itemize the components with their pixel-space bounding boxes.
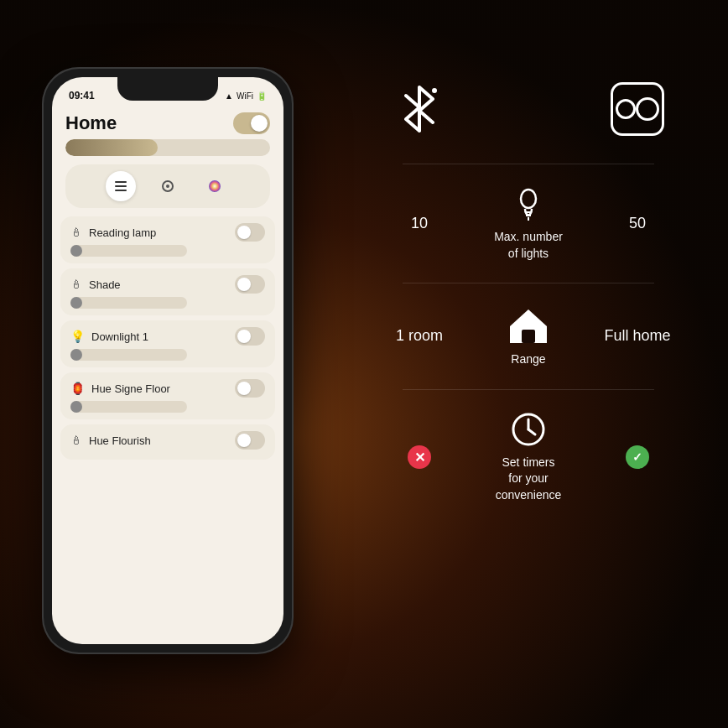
- light-name-flourish: Hue Flourish: [89, 434, 151, 447]
- downlight-icon: 💡: [70, 330, 85, 343]
- bulb-icon-reading: 🕯: [70, 226, 82, 239]
- lights-icon-area: [517, 185, 540, 222]
- lights-value-left: 10: [386, 215, 453, 232]
- comparison-row-lights: 10 Max. numberof lights 50: [386, 185, 671, 262]
- floor-lamp-icon: 🏮: [70, 382, 85, 395]
- light-slider-downlight[interactable]: [70, 349, 187, 361]
- timer-label: Set timersfor yourconvenience: [496, 455, 562, 504]
- light-toggle-shade[interactable]: [235, 275, 265, 294]
- timer-right: ✓: [604, 445, 671, 469]
- light-toggle-downlight[interactable]: [235, 327, 265, 346]
- lights-value-right: 50: [604, 215, 671, 232]
- light-item-downlight: 💡 Downlight 1: [60, 320, 275, 367]
- app-header: Home: [52, 107, 283, 159]
- light-slider-shade[interactable]: [70, 297, 187, 309]
- brightness-slider[interactable]: [65, 139, 270, 156]
- svg-point-7: [521, 190, 536, 208]
- svg-point-4: [166, 185, 169, 188]
- svg-point-6: [432, 88, 437, 93]
- divider-1: [403, 164, 654, 164]
- light-slider-signe[interactable]: [70, 401, 187, 413]
- bulb-icon-shade: 🕯: [70, 278, 82, 291]
- comparison-row-range: 1 room Range Full home: [386, 304, 671, 368]
- lights-center: Max. numberof lights: [453, 185, 604, 262]
- comparison-row-timers: ✕ Set timersfor yourconvenience ✓: [386, 411, 671, 504]
- check-icon: ✓: [626, 445, 649, 469]
- svg-rect-1: [115, 185, 127, 187]
- phone-notch: [117, 77, 218, 101]
- range-center: Range: [453, 304, 604, 368]
- light-name-downlight: Downlight 1: [91, 330, 148, 343]
- light-name-reading: Reading lamp: [89, 226, 156, 239]
- brightness-fill: [65, 139, 158, 156]
- svg-rect-0: [115, 181, 127, 183]
- light-slider-reading[interactable]: [70, 245, 187, 257]
- range-label: Range: [511, 351, 545, 368]
- light-item-signe: 🏮 Hue Signe Floor: [60, 372, 275, 419]
- hub-section: [604, 75, 671, 143]
- svg-point-5: [209, 180, 221, 192]
- home-icon: [507, 304, 550, 345]
- light-toggle-reading[interactable]: [235, 223, 265, 242]
- phone-mockup: 09:41 ▲ WiFi 🔋 Home: [42, 67, 310, 671]
- bulb-icon: [517, 185, 540, 222]
- signal-icon: ▲: [225, 91, 233, 101]
- phone-frame: 09:41 ▲ WiFi 🔋 Home: [42, 67, 294, 654]
- light-name-signe: Hue Signe Floor: [91, 382, 170, 395]
- tab-list[interactable]: [106, 171, 136, 201]
- svg-line-14: [528, 429, 535, 434]
- lights-list: 🕯 Reading lamp 🕯 Shade: [52, 213, 283, 468]
- status-icons: ▲ WiFi 🔋: [225, 91, 267, 101]
- svg-rect-2: [115, 190, 127, 191]
- range-value-right: Full home: [604, 327, 671, 345]
- hub-icon: [611, 82, 664, 136]
- app-title: Home: [65, 112, 117, 134]
- divider-3: [403, 389, 654, 390]
- timer-center: Set timersfor yourconvenience: [453, 411, 604, 504]
- range-value-left: 1 room: [386, 327, 453, 345]
- light-item-flourish: 🕯 Hue Flourish: [60, 424, 275, 460]
- svg-rect-11: [522, 330, 535, 343]
- light-item-shade: 🕯 Shade: [60, 268, 275, 315]
- top-icons-row: [386, 75, 671, 143]
- tab-scenes[interactable]: [153, 171, 183, 201]
- light-toggle-signe[interactable]: [235, 379, 265, 398]
- light-name-shade: Shade: [89, 278, 121, 291]
- timer-left: ✕: [386, 445, 453, 469]
- lights-label: Max. numberof lights: [494, 229, 563, 262]
- light-toggle-flourish[interactable]: [235, 431, 265, 450]
- cross-icon: ✕: [408, 445, 431, 469]
- wifi-icon: WiFi: [237, 91, 253, 101]
- tab-bar: [65, 164, 270, 208]
- tab-color[interactable]: [200, 171, 230, 201]
- info-panel: 10 Max. numberof lights 50 1 room: [352, 67, 705, 705]
- status-time: 09:41: [69, 90, 95, 101]
- battery-icon: 🔋: [257, 91, 267, 101]
- range-icon-area: [507, 304, 550, 345]
- clock-icon: [510, 411, 547, 448]
- bluetooth-section: [386, 75, 453, 143]
- light-item-reading-lamp: 🕯 Reading lamp: [60, 216, 275, 263]
- divider-2: [403, 283, 654, 283]
- home-toggle[interactable]: [233, 112, 270, 134]
- hub-circle: [616, 99, 636, 119]
- phone-screen: 09:41 ▲ WiFi 🔋 Home: [52, 77, 283, 644]
- timer-icon-area: [510, 411, 547, 448]
- table-lamp-icon: 🕯: [70, 434, 82, 447]
- bluetooth-icon: [398, 81, 441, 138]
